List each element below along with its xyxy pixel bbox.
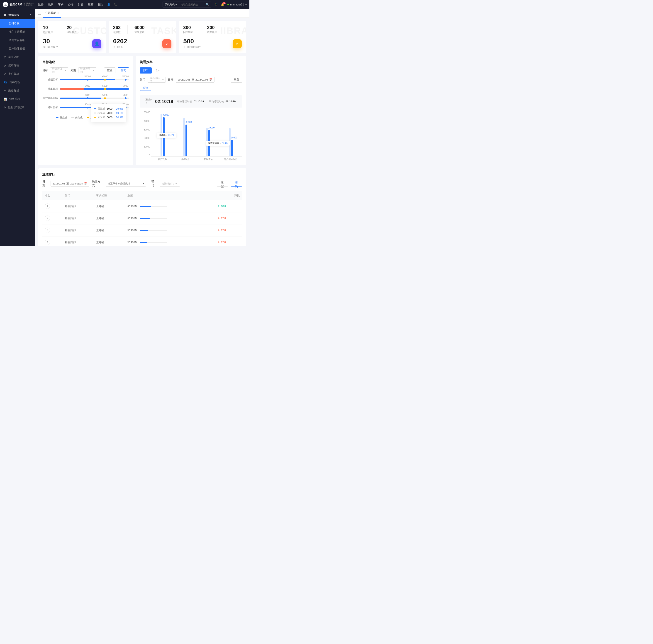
period-select[interactable]: 请选择周期▾ <box>78 67 96 73</box>
panel-targets: 目标达成 ⛶ 目标 请选择目标▾ 周期 请选择周期▾ 重置 查询 业绩目标¥40… <box>38 56 133 165</box>
chart-tooltip: 接通率：70.9% <box>157 133 176 138</box>
rank-stat-select[interactable]: 按工单客户经理统计▾ <box>106 181 146 186</box>
sidebar-item[interactable]: ⚯渠道分析 <box>0 87 35 95</box>
sidebar-item[interactable]: 📊销售分析 <box>0 95 35 103</box>
comm-dept-label: 部门 <box>140 78 145 82</box>
phone-icon[interactable]: 📞 <box>114 3 117 6</box>
tab-bar: ☰ 公司看板 ✕ <box>35 9 249 18</box>
calendar-icon: 📅 <box>84 182 87 185</box>
rank-date-range[interactable]: 2018/01/08至2018/01/08📅 <box>51 181 89 186</box>
panel-ranking: 业绩排行 日期 2018/01/08至2018/01/08📅 统计方式 按工单客… <box>38 168 246 246</box>
nav-数据[interactable]: 数据 <box>38 3 44 6</box>
main: ☰ 公司看板 ✕ CUSTO10有效客户20通话客户30今日首咨客户👤TASK2… <box>35 9 249 246</box>
goal-select[interactable]: 请选择目标▾ <box>50 67 68 73</box>
comm-date-range[interactable]: 2018/01/08至2018/01/08📅 <box>176 77 215 83</box>
user-icon[interactable]: 👤 <box>107 3 111 6</box>
stat-card: CUSTO10有效客户20通话客户30今日首咨客户👤 <box>38 21 106 53</box>
search-group: 手机号码▾ 🔍 <box>163 2 211 7</box>
sidebar-sub[interactable]: 推广主管看板 <box>0 28 35 36</box>
stat-card: IIBRA300回库客户200放弃客户500今日即将回库数⌂ <box>179 21 246 53</box>
side-icon: ⊙ <box>4 64 6 67</box>
sidebar-item[interactable]: ⊙成本分析 <box>0 61 35 70</box>
legend-item: 已完成 <box>56 116 67 119</box>
expand-icon[interactable]: ⛶ <box>126 61 129 64</box>
target-row: 呼出目标300050007000 <box>42 87 129 91</box>
comm-title: 沟通效率 <box>140 60 152 64</box>
nav-items: 数据线索客户公海财务运营报名 <box>38 3 103 6</box>
reset-button[interactable]: 重置 <box>104 67 115 73</box>
table-header: 排名 <box>42 191 63 200</box>
nav-公海[interactable]: 公海 <box>68 3 73 6</box>
nav-线索[interactable]: 线索 <box>48 3 53 6</box>
call-stat: 通话时长02:10:19 <box>144 98 175 105</box>
table-row: 4销售四部王嘟嘟¥19020⬇12% <box>42 236 242 246</box>
close-icon[interactable]: ✕ <box>57 12 59 14</box>
target-row: 有效呼出目标300050007000 <box>42 96 129 100</box>
bell-icon[interactable]: 🔔5 <box>221 3 224 6</box>
logo-sub2: 式服务平台 <box>24 4 34 6</box>
search-icon[interactable]: 🔍 <box>204 3 211 6</box>
comm-query-button[interactable]: 查询 <box>140 85 151 91</box>
period-label: 周期 <box>71 69 76 72</box>
comm-date-label: 日期 <box>168 78 173 82</box>
rank-date-label: 日期 <box>42 180 48 187</box>
sidebar: ▦数据看板 ⌃ 公司看板推广主管看板销售主管看板客户经理看板 ▽漏斗分析⊙成本分… <box>0 9 35 246</box>
sidebar-header[interactable]: ▦数据看板 ⌃ <box>0 11 35 19</box>
sidebar-item[interactable]: ▽漏斗分析 <box>0 53 35 61</box>
search-input[interactable] <box>179 3 204 6</box>
mobile-icon[interactable]: 📱 <box>214 3 218 6</box>
side-icon: ⚯ <box>4 89 6 92</box>
ranking-title: 业绩排行 <box>42 172 55 177</box>
side-icon: 📊 <box>4 97 7 101</box>
sidebar-sub[interactable]: 客户经理看板 <box>0 44 35 53</box>
sidebar-item[interactable]: ↻数据流转记录 <box>0 103 35 112</box>
hamburger-icon[interactable]: ☰ <box>38 11 41 16</box>
rank-stat-label: 统计方式 <box>92 180 103 187</box>
calendar-icon: 📅 <box>209 78 213 81</box>
top-nav: ☁ 云朵CRM 教育机构一站 式服务平台 数据线索客户公海财务运营报名 👤 📞 … <box>0 0 249 9</box>
rank-reset-button[interactable]: 重置 <box>217 181 228 186</box>
panel-comm: 沟通效率 ⛶ 部门 个人 部门 请选择部门▾ 日期 2018/01/08至201… <box>136 56 246 165</box>
tab-company[interactable]: 公司看板 ✕ <box>43 9 61 18</box>
arrow-down-icon: ⬇ <box>218 217 220 220</box>
sidebar-sub[interactable]: 销售主管看板 <box>0 36 35 44</box>
logo-text: 云朵CRM <box>9 2 22 6</box>
dashboard-icon: ▦ <box>4 13 6 17</box>
user-menu[interactable]: manager11 ▾ <box>227 3 247 6</box>
expand-icon[interactable]: ⛶ <box>240 61 242 64</box>
call-stat: 平均通话时长02:10:19 <box>207 100 239 103</box>
ranking-table: 排名部门客户经理业绩环比 1销售四部王嘟嘟¥19020⬆10%2销售四部王嘟嘟¥… <box>42 191 242 246</box>
comm-reset-button[interactable]: 重置 <box>231 77 242 83</box>
table-row: 3销售四部王嘟嘟¥19020⬇12% <box>42 225 242 236</box>
rank-dept-select[interactable]: 请选择部门▾ <box>160 181 180 186</box>
arrow-down-icon: ⬇ <box>218 229 220 232</box>
nav-客户[interactable]: 客户 <box>58 3 64 6</box>
target-tooltip: 已完成300029.9%未完成700069.1%应完成500050.9% <box>91 104 126 122</box>
tab-dept[interactable]: 部门 <box>140 67 152 73</box>
bar-group: 35000接通次数 <box>176 118 194 156</box>
table-header: 业绩 <box>125 191 215 200</box>
arrow-down-icon: ⬇ <box>218 241 220 244</box>
status-dot <box>227 4 229 5</box>
search-type-select[interactable]: 手机号码▾ <box>163 3 179 6</box>
sidebar-sub[interactable]: 公司看板 <box>0 19 35 28</box>
sidebar-item[interactable]: ↗推广分析 <box>0 70 35 78</box>
nav-报名[interactable]: 报名 <box>98 3 103 6</box>
goal-label: 目标 <box>42 69 48 72</box>
comm-dept-select[interactable]: 请选择部门▾ <box>148 77 166 83</box>
tab-person[interactable]: 个人 <box>152 67 164 73</box>
chevron-down-icon: ▾ <box>245 3 247 6</box>
targets-title: 目标达成 <box>42 60 55 64</box>
logo: ☁ 云朵CRM 教育机构一站 式服务平台 <box>3 2 34 7</box>
logo-icon: ☁ <box>3 2 8 7</box>
nav-运营[interactable]: 运营 <box>88 3 93 6</box>
sidebar-item[interactable]: 👣访客分析 <box>0 78 35 87</box>
side-icon: 👣 <box>4 81 7 84</box>
table-header: 客户经理 <box>94 191 125 200</box>
bar-chart: 50000400003000020000100000 接通率：70.9% 有效接… <box>140 111 242 161</box>
query-button[interactable]: 查询 <box>118 67 129 73</box>
nav-财务[interactable]: 财务 <box>78 3 83 6</box>
legend-item: 未完成 <box>71 116 82 119</box>
rank-query-button[interactable]: 查询 <box>231 181 242 186</box>
chevron-up-icon: ⌃ <box>29 14 31 17</box>
